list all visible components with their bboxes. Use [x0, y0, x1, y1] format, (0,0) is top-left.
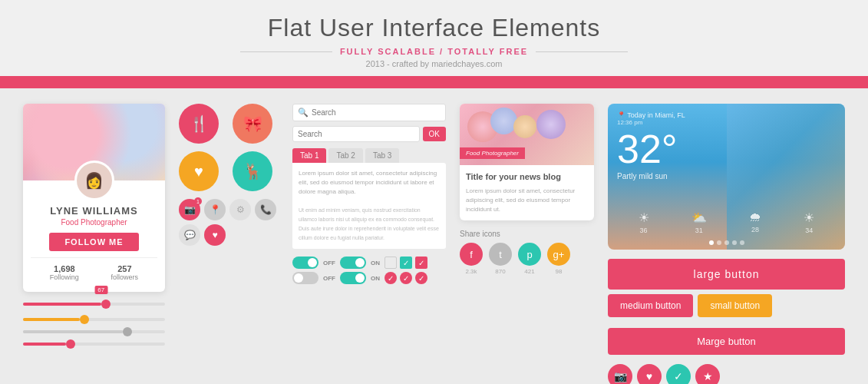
forecast-2: ⛅ 31	[691, 210, 707, 234]
toggle-2-knob	[355, 258, 365, 267]
medium-button-1[interactable]: medium button	[608, 294, 693, 317]
search-input[interactable]	[312, 108, 441, 117]
header-credit: 2013 - crafted by mariedchayes.com	[0, 59, 868, 68]
small-icon-6[interactable]: ♥	[204, 224, 226, 246]
page-header: Flat User Interface Elements FULLY SCALA…	[0, 0, 868, 76]
forecast-4: ☀ 34	[804, 210, 814, 234]
toggle-3-knob	[294, 273, 303, 283]
bottom-icon-4[interactable]: ★	[695, 364, 720, 384]
slider-fill-2	[23, 318, 80, 321]
radio-pink-1[interactable]: ✓	[384, 272, 397, 284]
bottom-icon-3[interactable]: ✓	[666, 364, 691, 384]
bottom-icons-row: 📷 ♥ ✓ ★	[608, 364, 845, 384]
search-input-2[interactable]	[292, 126, 420, 142]
header-subtitle: FULLY SCALABLE / TOTALLY FREE	[340, 47, 528, 56]
news-content: Title for your news blog Lorem ipsum dol…	[460, 165, 594, 220]
small-icon-4[interactable]: 📞	[255, 199, 276, 220]
medium-buttons-row: medium button small button	[608, 294, 845, 317]
weather-temp: 32°	[617, 129, 685, 169]
follow-button[interactable]: FOLLOW ME	[49, 233, 138, 251]
facebook-circle: f	[460, 243, 483, 266]
search-wrapper-1[interactable]: 🔍	[292, 104, 446, 121]
tab-2[interactable]: Tab 2	[328, 148, 362, 163]
small-icon-2[interactable]: 📍	[204, 199, 226, 220]
slider-2[interactable]	[23, 318, 165, 321]
checkbox-teal[interactable]: ✓	[400, 257, 412, 269]
twitter-count: 870	[489, 268, 512, 275]
col-weather-buttons: 📍 Today in Miami, FL 12:36 pm 32° Partly…	[608, 104, 845, 384]
tab-content-text-2: Ut enim ad minim veniam, quis nostrud ex…	[299, 207, 439, 240]
small-icon-1[interactable]: 📷 1	[179, 199, 200, 220]
small-icon-5[interactable]: 💬	[179, 224, 200, 246]
checkbox-unchecked[interactable]	[384, 257, 397, 269]
following-stat: 1,698 Following	[50, 264, 79, 281]
dot-2[interactable]	[717, 240, 721, 245]
slider-track-4	[23, 343, 165, 346]
profile-role: Food Photographer	[31, 218, 157, 227]
slider-thumb-2[interactable]	[80, 315, 89, 324]
weather-widget: 📍 Today in Miami, FL 12:36 pm 32° Partly…	[608, 104, 845, 250]
ribbon-button[interactable]: 🎀	[233, 104, 272, 144]
tab-1[interactable]: Tab 1	[292, 148, 326, 163]
share-icon-facebook[interactable]: f 2.3k	[460, 243, 483, 275]
followers-stat: 257 followers	[111, 264, 139, 281]
slider-fill-1	[23, 303, 101, 306]
toggle-4[interactable]	[340, 272, 366, 284]
col-tabs: 🔍 OK Tab 1 Tab 2 Tab 3 Lorem ipsum dolor…	[292, 104, 446, 384]
slider-4[interactable]	[23, 343, 165, 346]
news-img-decoration-3	[513, 115, 536, 138]
medium-button-2[interactable]: small button	[698, 294, 772, 317]
news-image: Food Photographer	[460, 104, 594, 165]
weather-time: 12:36 pm	[617, 119, 685, 126]
share-icon-pinterest[interactable]: p 421	[518, 243, 541, 275]
dot-5[interactable]	[740, 240, 744, 245]
ok-button[interactable]: OK	[423, 127, 446, 141]
checkbox-pink[interactable]: ✓	[415, 257, 427, 269]
twitter-circle: t	[489, 243, 512, 266]
news-img-decoration-2	[490, 108, 517, 134]
radio-pink-2[interactable]: ✓	[400, 272, 412, 284]
toggle-2[interactable]	[340, 257, 366, 269]
dot-1[interactable]	[709, 240, 714, 245]
dot-4[interactable]	[732, 240, 737, 245]
pink-banner	[0, 76, 868, 88]
toggle-1-label: OFF	[323, 260, 335, 266]
slider-thumb-3[interactable]	[123, 327, 132, 336]
icon-buttons-grid: 🍴 🎀 ♥ 🦌	[179, 104, 279, 191]
slider-thumb-4[interactable]	[66, 339, 75, 349]
bottom-icon-1[interactable]: 📷	[608, 364, 632, 384]
large-button[interactable]: large button	[608, 259, 845, 290]
checkboxes-1: ✓ ✓	[384, 257, 427, 269]
slider-badge-1: 67	[94, 286, 107, 294]
slider-track-3	[23, 330, 165, 333]
toggle-3[interactable]	[292, 272, 318, 284]
share-icons-row: f 2.3k t 870 p 421 g+ 98	[460, 243, 594, 275]
tab-3[interactable]: Tab 3	[365, 148, 399, 163]
google-circle: g+	[547, 243, 570, 266]
toggle-1[interactable]	[292, 257, 318, 269]
news-img-decoration-4	[536, 110, 566, 139]
forecast-3: 🌧 28	[749, 210, 761, 234]
heart-button[interactable]: ♥	[179, 151, 219, 191]
dot-3[interactable]	[724, 240, 729, 245]
facebook-count: 2.3k	[460, 268, 483, 275]
slider-thumb-1[interactable]: 67	[101, 300, 111, 309]
small-icon-5-symbol: 💬	[184, 230, 196, 240]
heart-icon: ♥	[194, 163, 203, 180]
share-icon-twitter[interactable]: t 870	[489, 243, 512, 275]
weather-desc: Partly mild sun	[617, 172, 685, 180]
small-icon-3[interactable]: ⚙	[229, 199, 251, 220]
bottom-icon-2[interactable]: ♥	[637, 364, 662, 384]
news-title: Title for your news blog	[466, 171, 588, 182]
slider-1[interactable]: 67	[23, 303, 165, 306]
profile-name: LYNE WILLIAMS	[31, 205, 157, 217]
merge-area: Marge button	[608, 328, 845, 355]
merge-button[interactable]: Marge button	[608, 328, 845, 355]
fork-knife-button[interactable]: 🍴	[179, 104, 219, 144]
slider-3[interactable]	[23, 330, 165, 333]
deer-button[interactable]: 🦌	[233, 151, 272, 191]
search-icon: 🔍	[298, 108, 309, 118]
radio-pink-3[interactable]: ✓	[415, 272, 427, 284]
share-icon-google[interactable]: g+ 98	[547, 243, 570, 275]
news-text: Lorem ipsum dolor sit amet, consectetur …	[466, 187, 588, 214]
